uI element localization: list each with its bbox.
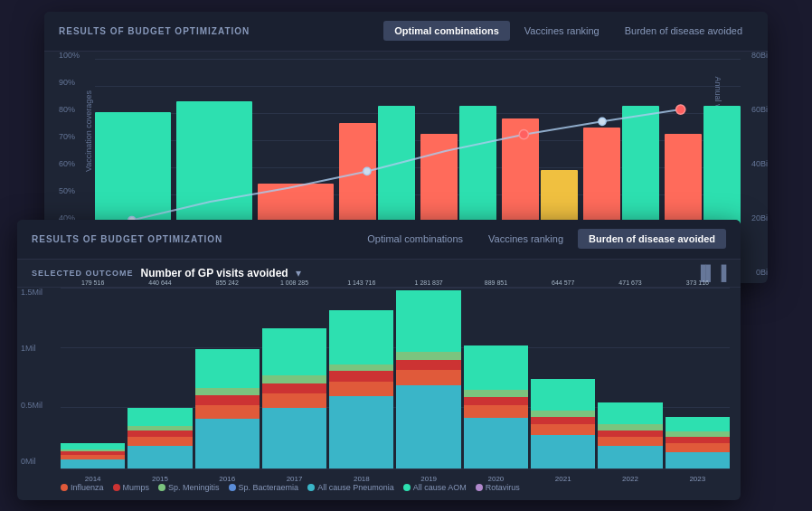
legend-sp-meningitis-label: Sp. Meningitis [168, 483, 220, 492]
legend-sp-meningitis-dot [158, 484, 165, 491]
front-bar-2023: 373 116 2023 [666, 291, 730, 468]
seg-2023-1 [666, 452, 730, 468]
seg-2017-5 [262, 328, 326, 376]
year-2016: 2016 [219, 475, 235, 483]
seg-2015-5 [127, 408, 192, 426]
legend-mumps-dot [113, 484, 120, 491]
val-2019: 1 281 837 [415, 279, 443, 286]
seg-2019-1 [396, 385, 460, 468]
stack-2015 [127, 408, 192, 468]
front-legend: Influenza Mumps Sp. Meningitis Sp. Bacte… [61, 483, 730, 492]
back-tab-optimal[interactable]: Optimal combinations [383, 21, 510, 41]
legend-mumps: Mumps [113, 483, 150, 492]
front-card: RESULTS OF BUDGET OPTIMIZATION Optimal c… [17, 220, 741, 500]
legend-rotavirus: Rotavirus [476, 483, 520, 492]
dropdown-arrow-icon[interactable]: ▾ [296, 267, 301, 279]
gl-60: 60% [59, 159, 75, 168]
front-bar-2015: 440 644 2015 [127, 291, 192, 468]
front-bar-2018: 1 143 716 2018 [329, 291, 393, 468]
legend-sp-meningitis: Sp. Meningitis [158, 483, 220, 492]
front-chart-wrapper: 1.5Mil 1Mil 0.5Mil 0Mil 179 516 [17, 288, 741, 496]
val-2014: 179 516 [81, 279, 104, 286]
seg-2021-2 [531, 424, 595, 435]
year-2015: 2015 [152, 475, 168, 483]
seg-2018-5 [329, 310, 393, 364]
seg-2016-4 [195, 388, 260, 395]
val-2018: 1 143 716 [347, 279, 375, 286]
front-bar-2014: 179 516 2014 [61, 291, 125, 468]
y-1.5mil: 1.5Mil [21, 288, 42, 297]
seg-2015-1 [127, 446, 192, 468]
selected-outcome-label: SELECTED OUTCOME [32, 269, 134, 278]
front-bars-container: 179 516 2014 440 644 [61, 291, 730, 468]
stack-2020 [464, 345, 528, 468]
seg-2022-3 [598, 431, 662, 437]
val-2016: 855 242 [216, 279, 239, 286]
seg-2015-2 [127, 437, 192, 446]
seg-2023-3 [666, 437, 730, 443]
gl-80: 80% [59, 105, 75, 114]
seg-2021-1 [531, 435, 595, 468]
front-bar-2017: 1 008 285 2017 [262, 291, 326, 468]
legend-rotavirus-dot [476, 484, 483, 491]
seg-2017-1 [262, 408, 326, 468]
legend-sp-bacteraemia-label: Sp. Bacteraemia [239, 483, 299, 492]
legend-rotavirus-label: Rotavirus [486, 483, 520, 492]
val-2020: 889 851 [485, 279, 507, 286]
stack-2022 [598, 402, 662, 468]
seg-2014-1 [61, 459, 125, 468]
gl-r-40: 40Bil [751, 159, 768, 168]
legend-mumps-label: Mumps [123, 483, 150, 492]
y-0.5mil: 0.5Mil [21, 401, 42, 410]
gl-r-80: 80Bil [751, 51, 768, 60]
front-tab-vaccines[interactable]: Vaccines ranking [477, 229, 574, 249]
seg-2019-4 [396, 352, 460, 360]
seg-2022-5 [598, 402, 662, 424]
seg-2018-3 [329, 371, 393, 382]
seg-2020-3 [464, 397, 528, 405]
front-tab-optimal[interactable]: Optimal combinations [356, 229, 474, 249]
seg-2021-4 [531, 411, 595, 417]
legend-all-aom-dot [403, 484, 411, 491]
front-card-tabs: Optimal combinations Vaccines ranking Bu… [356, 229, 726, 249]
val-2023: 373 116 [686, 279, 709, 286]
seg-2018-4 [329, 364, 393, 372]
seg-2016-2 [195, 405, 260, 419]
val-2021: 644 577 [552, 279, 574, 286]
y-1mil: 1Mil [21, 344, 42, 353]
legend-all-pneumonia-dot [307, 484, 315, 491]
seg-2019-2 [396, 370, 460, 385]
seg-2019-5 [396, 290, 460, 352]
front-card-header: RESULTS OF BUDGET OPTIMIZATION Optimal c… [17, 220, 741, 260]
scene: RESULTS OF BUDGET OPTIMIZATION Optimal c… [17, 12, 795, 500]
seg-2019-3 [396, 360, 460, 370]
front-tab-burden[interactable]: Burden of disease avoided [578, 229, 726, 249]
seg-2014-5 [61, 443, 125, 449]
legend-sp-bacteraemia: Sp. Bacteraemia [229, 483, 299, 492]
legend-all-aom-label: All cause AOM [413, 483, 467, 492]
back-tab-burden[interactable]: Burden of disease avoided [614, 21, 753, 41]
back-card-tabs: Optimal combinations Vaccines ranking Bu… [383, 21, 753, 41]
gl-r-20: 20Bil [751, 213, 768, 222]
front-bar-2019: 1 281 837 2019 [396, 291, 460, 468]
gl-100: 100% [59, 51, 80, 60]
legend-influenza: Influenza [61, 483, 104, 492]
front-bar-2022: 471 673 2022 [598, 291, 662, 468]
val-2022: 471 673 [618, 279, 641, 286]
seg-2018-2 [329, 382, 393, 396]
seg-2021-5 [531, 379, 595, 411]
back-tab-vaccines[interactable]: Vaccines ranking [514, 21, 610, 41]
seg-2023-5 [666, 417, 730, 431]
legend-sp-bacteraemia-dot [229, 484, 236, 491]
year-2023: 2023 [689, 475, 705, 483]
year-2018: 2018 [354, 475, 370, 483]
legend-influenza-label: Influenza [71, 483, 104, 492]
seg-2022-2 [598, 437, 662, 446]
legend-all-pneumonia: All cause Pneumonia [307, 483, 394, 492]
seg-2020-1 [464, 418, 528, 468]
stack-2019 [396, 291, 460, 468]
front-card-title: RESULTS OF BUDGET OPTIMIZATION [32, 234, 222, 244]
stack-2016 [195, 349, 260, 468]
legend-all-aom: All cause AOM [403, 483, 467, 492]
front-bar-2016: 855 242 2016 [195, 291, 260, 468]
